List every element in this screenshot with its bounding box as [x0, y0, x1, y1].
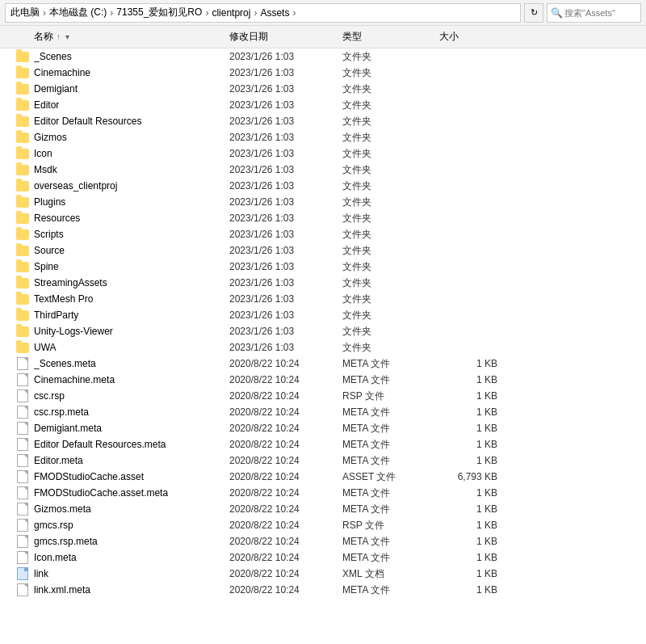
file-icon: [17, 535, 28, 548]
file-icon-area: [11, 438, 34, 451]
cell-name: _Scenes.meta: [34, 358, 229, 369]
list-item[interactable]: gmcs.rsp2020/8/22 10:24RSP 文件1 KB: [0, 517, 646, 533]
file-icon: [17, 583, 28, 596]
address-path[interactable]: 此电脑 › 本地磁盘 (C:) › 71355_爱如初见RO › clientp…: [5, 3, 521, 23]
file-icon-area: [11, 373, 34, 386]
list-item[interactable]: Editor Default Resources2023/1/26 1:03文件…: [0, 113, 646, 129]
cell-name: ThirdParty: [34, 309, 229, 321]
file-icon-area: [11, 535, 34, 548]
list-item[interactable]: Cinemachine.meta2020/8/22 10:24META 文件1 …: [0, 372, 646, 388]
cell-size: 1 KB: [439, 358, 504, 369]
folder-icon: [16, 84, 29, 95]
cell-name: Cinemachine.meta: [34, 374, 229, 385]
cell-size: 1 KB: [439, 455, 504, 466]
list-item[interactable]: Spine2023/1/26 1:03文件夹: [0, 259, 646, 275]
list-item[interactable]: FMODStudioCache.asset.meta2020/8/22 10:2…: [0, 485, 646, 501]
list-item[interactable]: Icon.meta2020/8/22 10:24META 文件1 KB: [0, 549, 646, 566]
list-item[interactable]: csc.rsp2020/8/22 10:24RSP 文件1 KB: [0, 388, 646, 404]
file-icon-area: [11, 149, 34, 159]
list-item[interactable]: Scripts2023/1/26 1:03文件夹: [0, 226, 646, 242]
cell-name: Plugins: [34, 196, 229, 208]
col-header-name[interactable]: 名称 ↑ ▾: [11, 30, 229, 44]
list-item[interactable]: Editor2023/1/26 1:03文件夹: [0, 97, 646, 113]
file-icon-area: [11, 519, 34, 532]
list-item[interactable]: Demigiant2023/1/26 1:03文件夹: [0, 81, 646, 97]
col-header-date[interactable]: 修改日期: [229, 30, 342, 44]
sort-arrow: ↑: [57, 32, 61, 41]
cell-type: 文件夹: [342, 82, 439, 96]
col-header-size[interactable]: 大小: [439, 30, 504, 44]
cell-date: 2020/8/22 10:24: [229, 471, 342, 482]
file-icon-area: [11, 229, 34, 240]
list-item[interactable]: Msdk2023/1/26 1:03文件夹: [0, 162, 646, 178]
folder-icon: [16, 181, 29, 192]
list-item[interactable]: link.xml.meta2020/8/22 10:24META 文件1 KB: [0, 582, 646, 598]
cell-name: Demigiant.meta: [34, 423, 229, 434]
list-item[interactable]: Gizmos.meta2020/8/22 10:24META 文件1 KB: [0, 501, 646, 517]
list-item[interactable]: ThirdParty2023/1/26 1:03文件夹: [0, 307, 646, 323]
list-item[interactable]: overseas_clientproj2023/1/26 1:03文件夹: [0, 178, 646, 194]
list-item[interactable]: gmcs.rsp.meta2020/8/22 10:24META 文件1 KB: [0, 533, 646, 549]
list-item[interactable]: Plugins2023/1/26 1:03文件夹: [0, 194, 646, 210]
cell-type: 文件夹: [342, 309, 439, 322]
cell-date: 2023/1/26 1:03: [229, 148, 342, 159]
list-item[interactable]: link2020/8/22 10:24XML 文档1 KB: [0, 566, 646, 582]
file-icon-area: [11, 84, 34, 95]
file-icon-area: [11, 278, 34, 288]
cell-size: 1 KB: [439, 374, 504, 385]
cell-type: 文件夹: [342, 99, 439, 112]
path-part-1[interactable]: 此电脑: [10, 6, 40, 19]
list-item[interactable]: Source2023/1/26 1:03文件夹: [0, 242, 646, 259]
cell-date: 2020/8/22 10:24: [229, 439, 342, 450]
file-icon-area: [11, 389, 34, 402]
list-item[interactable]: Cinemachine2023/1/26 1:03文件夹: [0, 65, 646, 81]
list-item[interactable]: FMODStudioCache.asset2020/8/22 10:24ASSE…: [0, 469, 646, 485]
list-item[interactable]: TextMesh Pro2023/1/26 1:03文件夹: [0, 291, 646, 307]
cell-name: _Scenes: [34, 51, 229, 62]
cell-date: 2023/1/26 1:03: [229, 213, 342, 224]
search-box[interactable]: 🔍: [547, 3, 641, 23]
file-icon-area: [11, 470, 34, 483]
col-header-type[interactable]: 类型: [342, 30, 439, 44]
cell-date: 2023/1/26 1:03: [229, 132, 342, 143]
list-item[interactable]: _Scenes2023/1/26 1:03文件夹: [0, 48, 646, 65]
search-input[interactable]: [564, 8, 637, 18]
cell-size: 6,793 KB: [439, 471, 504, 482]
cell-size: 1 KB: [439, 423, 504, 434]
file-icon-area: [11, 551, 34, 564]
cell-date: 2020/8/22 10:24: [229, 536, 342, 547]
address-actions: ↻: [524, 3, 543, 23]
list-item[interactable]: Icon2023/1/26 1:03文件夹: [0, 145, 646, 162]
cell-type: 文件夹: [342, 325, 439, 339]
file-icon: [17, 389, 28, 402]
list-item[interactable]: csc.rsp.meta2020/8/22 10:24META 文件1 KB: [0, 404, 646, 420]
list-item[interactable]: Demigiant.meta2020/8/22 10:24META 文件1 KB: [0, 420, 646, 436]
path-sep-2: ›: [110, 7, 113, 19]
list-item[interactable]: StreamingAssets2023/1/26 1:03文件夹: [0, 275, 646, 291]
list-item[interactable]: Unity-Logs-Viewer2023/1/26 1:03文件夹: [0, 323, 646, 339]
cell-name: Gizmos.meta: [34, 503, 229, 515]
list-item[interactable]: UWA2023/1/26 1:03文件夹: [0, 339, 646, 356]
cell-name: Msdk: [34, 164, 229, 175]
file-icon-area: [11, 583, 34, 596]
cell-date: 2020/8/22 10:24: [229, 487, 342, 499]
cell-name: gmcs.rsp.meta: [34, 536, 229, 547]
list-item[interactable]: Editor Default Resources.meta2020/8/22 1…: [0, 436, 646, 452]
cell-name: Spine: [34, 261, 229, 272]
list-item[interactable]: Gizmos2023/1/26 1:03文件夹: [0, 129, 646, 145]
path-part-3[interactable]: 71355_爱如初见RO: [116, 6, 202, 19]
path-part-5[interactable]: Assets: [260, 7, 289, 19]
path-part-2[interactable]: 本地磁盘 (C:): [49, 6, 107, 19]
path-part-4[interactable]: clientproj: [212, 7, 250, 19]
file-icon-area: [11, 310, 34, 321]
refresh-button[interactable]: ↻: [524, 3, 543, 23]
cell-date: 2023/1/26 1:03: [229, 196, 342, 208]
list-item[interactable]: Resources2023/1/26 1:03文件夹: [0, 210, 646, 226]
col-dropdown-name[interactable]: ▾: [65, 32, 69, 41]
list-item[interactable]: _Scenes.meta2020/8/22 10:24META 文件1 KB: [0, 356, 646, 372]
file-icon-area: [11, 486, 34, 499]
list-item[interactable]: Editor.meta2020/8/22 10:24META 文件1 KB: [0, 452, 646, 469]
file-icon-area: [11, 503, 34, 516]
cell-date: 2020/8/22 10:24: [229, 568, 342, 579]
folder-icon: [16, 278, 29, 288]
